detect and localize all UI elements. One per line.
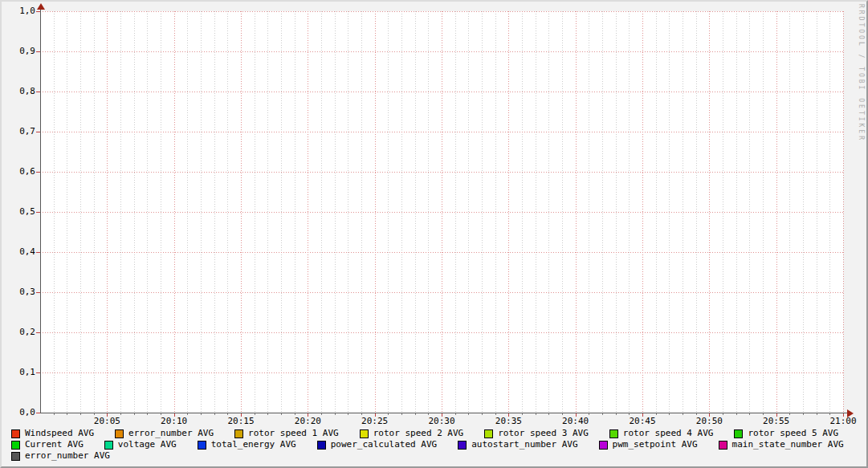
x-axis-minor-tick xyxy=(295,413,295,415)
legend-swatch xyxy=(360,429,369,438)
x-axis-major-tick xyxy=(174,413,175,417)
x-tick-label: 20:55 xyxy=(763,416,789,427)
x-axis-minor-tick xyxy=(281,413,282,415)
x-axis-minor-tick xyxy=(495,413,496,415)
x-axis-minor-tick xyxy=(669,413,670,415)
legend-label: total_energy AVG xyxy=(211,439,296,450)
x-axis-minor-tick xyxy=(683,413,683,415)
y-axis-tick xyxy=(36,212,40,213)
y-tick-label: 0,0 xyxy=(6,407,35,418)
x-tick-label: 20:20 xyxy=(295,416,321,427)
grid-line-major-h xyxy=(40,172,843,173)
legend-item: rotor speed 4 AVG xyxy=(609,428,714,439)
y-axis-tick xyxy=(36,372,40,373)
x-tick-label: 20:40 xyxy=(562,416,589,427)
plot-area xyxy=(40,11,843,413)
y-axis-tick xyxy=(36,51,40,52)
x-axis-minor-tick xyxy=(589,413,589,415)
y-axis-tick xyxy=(36,172,40,173)
x-axis-major-tick xyxy=(843,413,844,417)
x-axis-minor-tick xyxy=(161,413,161,415)
x-axis-minor-tick xyxy=(54,413,55,415)
x-axis-minor-tick xyxy=(829,413,830,415)
legend-label: rotor speed 4 AVG xyxy=(623,428,714,439)
x-axis-minor-tick xyxy=(214,413,215,415)
x-axis-minor-tick xyxy=(616,413,617,415)
x-axis-minor-tick xyxy=(562,413,563,415)
grid-line-major-h xyxy=(40,332,843,333)
x-axis-minor-tick xyxy=(428,413,429,415)
grid-line-major-h xyxy=(40,252,843,253)
legend-item: Current AVG xyxy=(11,439,84,450)
x-axis-major-tick xyxy=(576,413,577,417)
legend-swatch xyxy=(599,441,608,450)
legend-item: rotor speed 1 AVG xyxy=(234,428,339,439)
x-axis-major-tick xyxy=(642,413,643,417)
legend-swatch xyxy=(719,441,727,450)
x-tick-label: 21:00 xyxy=(829,416,856,427)
x-axis-minor-tick xyxy=(134,413,135,415)
grid-line-major-v xyxy=(843,11,844,413)
legend-label: main_state_number AVG xyxy=(732,439,844,450)
legend-item: Windspeed AVG xyxy=(11,428,94,439)
x-tick-label: 20:10 xyxy=(161,416,187,427)
legend-swatch xyxy=(198,441,206,450)
legend-row: Current AVGvoltage AVGtotal_energy AVGpo… xyxy=(11,439,863,450)
x-axis-minor-tick xyxy=(789,413,790,415)
legend-item: main_state_number AVG xyxy=(719,439,844,450)
legend-swatch xyxy=(11,429,20,438)
x-axis-major-tick xyxy=(107,413,108,417)
legend-label: rotor speed 5 AVG xyxy=(748,428,838,439)
legend-label: Current AVG xyxy=(25,439,84,450)
x-axis-major-tick xyxy=(776,413,777,417)
legend-item: rotor speed 3 AVG xyxy=(484,428,589,439)
rrdtool-graph: 1,00,90,80,70,60,50,40,30,20,10,0 20:052… xyxy=(0,0,868,468)
x-axis-minor-tick xyxy=(147,413,148,415)
x-axis-minor-tick xyxy=(415,413,416,415)
y-axis-line xyxy=(40,6,41,413)
y-tick-label: 0,4 xyxy=(6,246,35,258)
x-axis-minor-tick xyxy=(736,413,737,415)
x-axis-minor-tick xyxy=(629,413,630,415)
x-tick-label: 20:30 xyxy=(428,416,454,427)
y-tick-label: 1,0 xyxy=(6,6,35,17)
x-axis-minor-tick xyxy=(120,413,121,415)
legend: Windspeed AVGerror_number AVGrotor speed… xyxy=(11,428,863,462)
legend-swatch xyxy=(734,429,743,438)
x-axis-minor-tick xyxy=(522,413,523,415)
legend-item: total_energy AVG xyxy=(198,439,296,450)
x-axis-minor-tick xyxy=(67,413,67,415)
y-tick-label: 0,8 xyxy=(6,86,35,97)
y-axis-arrow-icon xyxy=(37,3,45,10)
legend-row: Windspeed AVGerror_number AVGrotor speed… xyxy=(11,428,863,439)
x-tick-label: 20:15 xyxy=(227,416,254,427)
x-axis-minor-tick xyxy=(817,413,817,415)
x-axis-major-tick xyxy=(442,413,442,417)
x-axis-minor-tick xyxy=(696,413,697,415)
legend-swatch xyxy=(317,441,326,450)
grid-line-major-h xyxy=(40,11,843,12)
x-axis-line xyxy=(38,413,849,413)
y-tick-label: 0,5 xyxy=(6,206,35,218)
legend-label: power_calculated AVG xyxy=(331,439,437,450)
x-axis-minor-tick xyxy=(468,413,469,415)
legend-swatch xyxy=(11,441,20,450)
legend-swatch xyxy=(458,441,467,450)
grid-line-major-h xyxy=(40,212,843,213)
y-tick-label: 0,7 xyxy=(6,126,35,137)
x-tick-label: 20:25 xyxy=(361,416,388,427)
x-axis-minor-tick xyxy=(388,413,389,415)
x-axis-major-tick xyxy=(508,413,509,417)
legend-label: rotor speed 2 AVG xyxy=(373,428,464,439)
legend-label: voltage AVG xyxy=(118,439,177,450)
grid-line-major-h xyxy=(40,372,843,373)
legend-swatch xyxy=(115,429,124,438)
y-tick-label: 0,9 xyxy=(6,46,35,57)
legend-label: rotor speed 3 AVG xyxy=(498,428,589,439)
legend-label: autostart_number AVG xyxy=(471,439,577,450)
legend-label: Windspeed AVG xyxy=(25,428,94,439)
legend-item: rotor speed 2 AVG xyxy=(360,428,464,439)
y-axis-tick xyxy=(36,413,40,413)
x-axis-major-tick xyxy=(308,413,308,417)
legend-item: power_calculated AVG xyxy=(317,439,437,450)
